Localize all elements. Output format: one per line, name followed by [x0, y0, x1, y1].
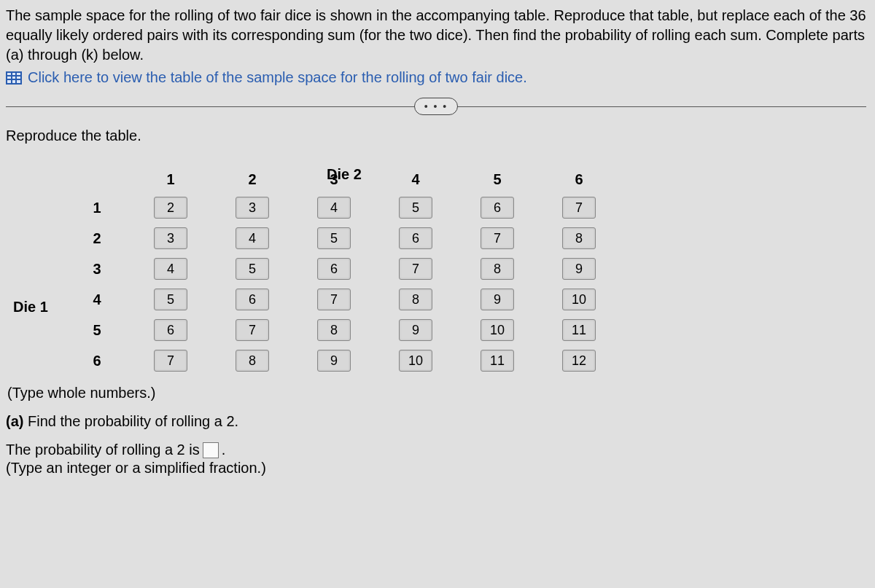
sum-cell[interactable]: 6: [154, 319, 187, 341]
sum-cell[interactable]: 8: [236, 350, 269, 372]
sum-cell[interactable]: 4: [317, 197, 351, 219]
sum-cell[interactable]: 6: [481, 197, 514, 219]
sum-cell[interactable]: 7: [317, 289, 351, 310]
sum-cell[interactable]: 5: [154, 289, 187, 310]
sum-cell[interactable]: 10: [399, 350, 432, 372]
sum-cell[interactable]: 7: [236, 319, 269, 341]
sum-cell[interactable]: 10: [481, 319, 514, 341]
row-label: 5: [64, 322, 130, 339]
sum-cell[interactable]: 4: [236, 227, 269, 249]
sum-cell[interactable]: 8: [317, 319, 351, 341]
die2-axis-label: Die 2: [327, 166, 362, 183]
sum-cell[interactable]: 7: [481, 227, 514, 249]
question-intro: The sample space for the rolling of two …: [6, 6, 866, 65]
col-header: 6: [538, 171, 620, 188]
sample-space-link-row: Click here to view the table of the samp…: [6, 69, 866, 86]
sum-cell[interactable]: 3: [236, 197, 269, 219]
sum-cell[interactable]: 7: [154, 350, 187, 372]
col-header: 1: [130, 171, 211, 188]
sum-cell[interactable]: 9: [399, 319, 432, 341]
sample-space-link[interactable]: Click here to view the table of the samp…: [28, 69, 527, 86]
sum-cell[interactable]: 11: [562, 319, 596, 341]
sum-cell[interactable]: 8: [562, 227, 596, 249]
col-header: 2: [211, 171, 293, 188]
sum-cell[interactable]: 3: [154, 227, 187, 249]
part-a-question: (a) Find the probability of rolling a 2.: [6, 413, 866, 430]
sum-cell[interactable]: 5: [236, 258, 269, 280]
answer-input[interactable]: [203, 442, 219, 458]
expand-button[interactable]: • • •: [414, 98, 458, 115]
sum-cell[interactable]: 9: [317, 350, 351, 372]
sum-cell[interactable]: 5: [317, 227, 351, 249]
sum-cell[interactable]: 8: [399, 289, 432, 310]
row-label: 6: [64, 353, 130, 369]
part-a-text: Find the probability of rolling a 2.: [28, 413, 238, 429]
whole-numbers-hint: (Type whole numbers.): [7, 385, 866, 401]
sum-cell[interactable]: 6: [236, 289, 269, 310]
reproduce-table-title: Reproduce the table.: [6, 128, 866, 144]
sum-cell[interactable]: 5: [399, 197, 432, 219]
sum-cell[interactable]: 7: [399, 258, 432, 280]
sum-cell[interactable]: 9: [562, 258, 596, 280]
sum-cell[interactable]: 12: [562, 350, 596, 372]
sum-cell[interactable]: 2: [154, 197, 187, 219]
die1-axis-label: Die 1: [13, 299, 48, 315]
row-label: 2: [64, 230, 130, 247]
dice-table-wrap: Die 2 Die 1 1 2 3 4 5 6 1 2 3 4 5 6 7 2 …: [13, 166, 611, 376]
sum-cell[interactable]: 7: [562, 197, 596, 219]
sum-cell[interactable]: 10: [562, 289, 596, 310]
answer-prefix: The probability of rolling a 2 is: [6, 442, 200, 458]
sum-cell[interactable]: 4: [154, 258, 187, 280]
answer-line: The probability of rolling a 2 is .: [6, 442, 866, 458]
col-header: 5: [456, 171, 538, 188]
answer-suffix: .: [222, 442, 226, 458]
sum-cell[interactable]: 6: [317, 258, 351, 280]
sum-cell[interactable]: 8: [481, 258, 514, 280]
row-label: 4: [64, 291, 130, 308]
sum-cell[interactable]: 11: [481, 350, 514, 372]
sum-cell[interactable]: 9: [481, 289, 514, 310]
table-icon[interactable]: [6, 71, 22, 85]
col-header: 4: [375, 171, 456, 188]
row-label: 1: [64, 200, 130, 216]
fraction-hint: (Type an integer or a simplified fractio…: [6, 460, 866, 477]
separator-wrap: • • •: [6, 106, 866, 107]
row-label: 3: [64, 261, 130, 278]
sum-cell[interactable]: 6: [399, 227, 432, 249]
dice-sums-grid: 1 2 3 4 5 6 1 2 3 4 5 6 7 2 3 4 5 6 7 8 …: [64, 166, 611, 376]
